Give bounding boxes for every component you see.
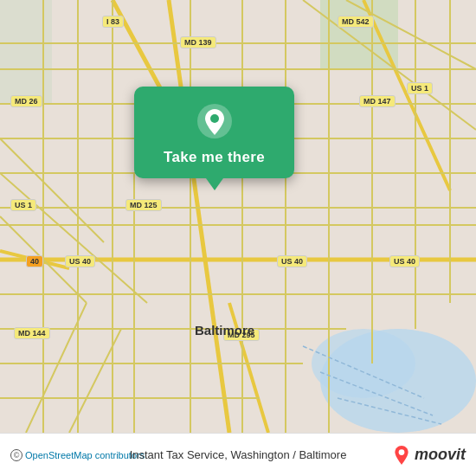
location-pin-icon [196, 102, 234, 140]
svg-point-44 [210, 114, 219, 123]
location-title: Instant Tax Service, Washington / Baltim… [130, 448, 347, 461]
moovit-brand-name: moovit [415, 446, 466, 464]
bottom-bar: © OpenStreetMap contributors Instant Tax… [0, 433, 476, 476]
svg-rect-1 [320, 0, 398, 69]
popup-card[interactable]: Take me there [134, 87, 294, 178]
copyright-section: © OpenStreetMap contributors [10, 449, 145, 461]
osm-link[interactable]: OpenStreetMap contributors [25, 450, 145, 460]
take-me-there-button[interactable]: Take me there [164, 149, 265, 166]
map-background [0, 0, 476, 433]
moovit-pin-icon [392, 446, 411, 465]
moovit-logo: moovit [392, 446, 466, 465]
copyright-icon: © [10, 449, 23, 461]
map-container: I 83 MD 542 MD 139 MD 26 I 83 MD 147 US … [0, 0, 476, 433]
svg-point-45 [399, 449, 405, 455]
